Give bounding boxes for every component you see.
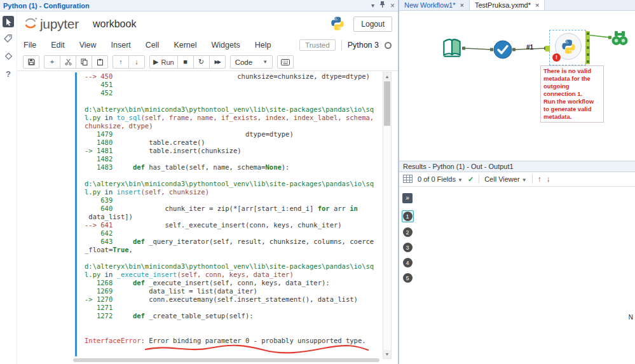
add-cell-button[interactable]: +: [44, 55, 60, 69]
move-cell-up-button[interactable]: ↑: [113, 55, 129, 69]
fields-dropdown[interactable]: 0 of 0 Fields ▼: [418, 175, 463, 183]
browse-tool[interactable]: [609, 27, 631, 51]
tab-testpruksa[interactable]: TestPruksa.yxmd* ×: [470, 0, 545, 10]
close-icon[interactable]: ×: [535, 2, 539, 9]
jupyter-menubar: FileEditViewInsertCellKernelWidgetsHelp …: [17, 37, 398, 53]
paste-cell-button[interactable]: [92, 55, 108, 69]
tag-icon: [4, 34, 13, 43]
input-anchor[interactable]: [545, 46, 550, 51]
results-grid-empty[interactable]: [416, 187, 635, 364]
output-anchor-column[interactable]: [585, 31, 590, 64]
kernel-name: Python 3: [348, 41, 379, 50]
traceback-line: 1482: [85, 155, 374, 163]
output-anchor-4[interactable]: 4: [402, 257, 413, 268]
menu-kernel[interactable]: Kernel: [174, 41, 196, 50]
sort-down-icon[interactable]: ↓: [547, 175, 550, 184]
command-palette-button[interactable]: [277, 55, 294, 69]
menu-file[interactable]: File: [24, 41, 36, 50]
configuration-panel-header: Python (1) - Configuration ▾ ×: [0, 0, 398, 11]
error-badge-icon: !: [552, 53, 561, 62]
chevron-down-icon: ▼: [458, 177, 463, 183]
notebook-vertical-scrollbar[interactable]: ▲ ▼: [383, 72, 392, 359]
output-anchor-3[interactable]: 3: [402, 242, 413, 253]
traceback-line: 642: [85, 229, 374, 238]
scroll-down-icon[interactable]: ▼: [383, 350, 391, 358]
divider: [341, 40, 342, 50]
restart-kernel-button[interactable]: ↻: [193, 55, 210, 69]
notebook-horizontal-scrollbar[interactable]: [73, 358, 379, 362]
trusted-badge[interactable]: Trusted: [299, 39, 336, 51]
annotation-tag-button[interactable]: [4, 34, 13, 45]
tab-new-workflow1[interactable]: New Workflow1* ×: [399, 0, 470, 10]
python-tool-selected[interactable]: !: [549, 30, 586, 65]
results-data-area: » 12345 N: [399, 187, 635, 364]
edge-clipped-text: N: [629, 314, 633, 321]
python-logo-icon: [329, 15, 346, 34]
save-button[interactable]: [23, 55, 39, 69]
menu-cell[interactable]: Cell: [146, 41, 160, 50]
output-anchor-list: » 12345: [399, 187, 416, 364]
output-anchor-5[interactable]: 5: [402, 273, 413, 283]
apply-check-icon[interactable]: ✓: [468, 175, 474, 184]
output-anchor-1[interactable]: 1: [402, 210, 414, 222]
logout-button[interactable]: Logout: [353, 17, 392, 32]
cut-cell-button[interactable]: [60, 55, 76, 69]
input-data-tool[interactable]: [440, 36, 464, 62]
notebook-title[interactable]: workbook: [93, 18, 136, 30]
results-panel-header: Results - Python (1) - Out - Output1: [399, 161, 635, 172]
traceback-line: 640 chunk_iter = zip(*[arr[start_i:end_i…: [85, 205, 374, 213]
menu-insert[interactable]: Insert: [111, 41, 131, 50]
notebook-cell-output-area[interactable]: --> 450 chunksize=chunksize, dtype=dtype…: [17, 71, 398, 364]
interface-button[interactable]: [4, 52, 13, 62]
output-anchor-2[interactable]: 2: [402, 227, 413, 238]
check-tool[interactable]: [492, 39, 514, 62]
move-cell-down-button[interactable]: ↓: [128, 55, 145, 69]
sort-up-icon[interactable]: ↑: [538, 175, 542, 184]
menu-help[interactable]: Help: [255, 41, 271, 50]
metadata-error-annotation: There is no valid metadata for the outgo…: [540, 65, 604, 123]
configuration-panel: Python (1) - Configuration ▾ × ?: [0, 0, 399, 364]
paste-icon: [97, 58, 104, 65]
scroll-up-icon[interactable]: ▲: [383, 72, 391, 81]
close-icon[interactable]: ×: [390, 2, 395, 10]
traceback-line: [85, 254, 374, 262]
check-circle-icon: [492, 39, 514, 60]
configuration-panel-title: Python (1) - Configuration: [3, 2, 90, 10]
scrollbar-thumb[interactable]: [384, 81, 390, 126]
jupyter-logo-text: jupyter: [40, 17, 79, 32]
traceback-line: d:\alteryx\bin\miniconda3\pythontool_ven…: [85, 262, 374, 271]
save-icon: [28, 58, 35, 65]
traceback-line: 1268 def _execute_insert(self, conn, key…: [85, 279, 374, 287]
stop-icon: ■: [183, 58, 188, 65]
cell-type-select[interactable]: Code ▼: [230, 55, 273, 69]
traceback-line: 1480 table.create(): [85, 138, 374, 147]
divider: [479, 175, 479, 184]
copy-icon: [81, 58, 88, 65]
play-icon: ▶: [153, 58, 158, 65]
table-grid-icon[interactable]: [403, 175, 413, 184]
pointer-tool-button[interactable]: [3, 16, 14, 27]
traceback-line: [85, 328, 374, 337]
traceback-line: 1271: [85, 304, 374, 312]
restart-run-all-button[interactable]: ▶▶: [209, 55, 226, 69]
cell-viewer-dropdown[interactable]: Cell Viewer ▼: [484, 175, 526, 183]
stop-button[interactable]: ■: [177, 55, 194, 69]
menu-edit[interactable]: Edit: [51, 41, 65, 50]
run-button[interactable]: ▶Run: [149, 55, 178, 69]
kernel-status-icon: [385, 42, 392, 49]
traceback-line: d:\alteryx\bin\miniconda3\pythontool_ven…: [85, 180, 374, 188]
close-icon[interactable]: ×: [460, 2, 464, 9]
menu-view[interactable]: View: [79, 41, 97, 50]
menu-widgets[interactable]: Widgets: [212, 41, 240, 50]
scissors-icon: [65, 58, 72, 65]
arrow-down-icon: ↓: [135, 58, 139, 65]
expand-panel-button[interactable]: »: [402, 193, 413, 203]
fast-forward-icon: ▶▶: [215, 60, 220, 65]
help-button[interactable]: ?: [6, 69, 11, 79]
copy-cell-button[interactable]: [76, 55, 92, 69]
app-window: Python (1) - Configuration ▾ × ?: [0, 0, 635, 364]
pin-icon[interactable]: [379, 1, 385, 10]
workflow-canvas[interactable]: #1 ! There is no valid metadata for the …: [399, 11, 635, 161]
config-side-toolbar: ?: [0, 11, 17, 364]
chevron-down-icon[interactable]: ▾: [371, 3, 374, 9]
